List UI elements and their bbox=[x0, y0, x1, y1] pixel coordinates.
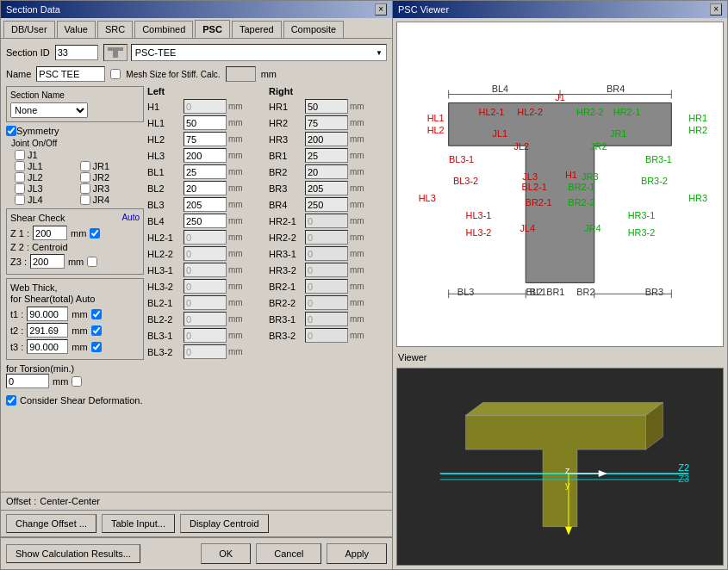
br4-input[interactable] bbox=[305, 197, 348, 212]
hl32-row: HL3-2 mm bbox=[147, 279, 265, 294]
cancel-button[interactable]: Cancel bbox=[256, 543, 321, 564]
hl22-input[interactable] bbox=[184, 246, 227, 261]
tab-src[interactable]: SRC bbox=[97, 21, 133, 38]
z3-input[interactable] bbox=[30, 254, 65, 269]
hl31-input[interactable] bbox=[184, 263, 227, 277]
mesh-input[interactable] bbox=[226, 66, 256, 82]
bl22-input[interactable] bbox=[184, 312, 227, 326]
jr2-checkbox[interactable] bbox=[80, 172, 90, 183]
hl3-input[interactable] bbox=[184, 148, 227, 163]
bl2-unit: mm bbox=[228, 183, 243, 193]
hr1-input[interactable] bbox=[305, 99, 348, 114]
svg-marker-20 bbox=[565, 527, 572, 536]
z1-check[interactable] bbox=[90, 228, 100, 239]
hr32-input[interactable] bbox=[305, 263, 348, 277]
jl3-checkbox[interactable] bbox=[15, 183, 25, 194]
br32-label: BR3-2 bbox=[269, 331, 303, 341]
t3-input[interactable] bbox=[27, 339, 68, 354]
bl2-label: BL2 bbox=[147, 183, 182, 194]
z3-unit: mm bbox=[68, 257, 84, 267]
left-close-button[interactable]: × bbox=[375, 3, 387, 15]
hr31-input[interactable] bbox=[305, 246, 348, 261]
mesh-checkbox[interactable] bbox=[110, 69, 121, 79]
jr3-label: JR3 bbox=[93, 183, 110, 194]
joint-jr3: JR3 bbox=[80, 183, 145, 194]
show-calc-button[interactable]: Show Calculation Results... bbox=[6, 544, 140, 563]
jr1-checkbox[interactable] bbox=[80, 161, 90, 171]
hr3-input[interactable] bbox=[305, 132, 348, 146]
t1-unit: mm bbox=[72, 309, 87, 319]
br22-dim-label2: BR2-2 bbox=[568, 197, 594, 208]
z1-input[interactable] bbox=[33, 226, 67, 240]
bl21-input[interactable] bbox=[184, 295, 227, 310]
hl21-dim-label: HL2-1 bbox=[479, 107, 505, 117]
hl32-input[interactable] bbox=[184, 279, 227, 294]
tab-value[interactable]: Value bbox=[57, 21, 96, 38]
t1-check[interactable] bbox=[91, 309, 102, 319]
hl21-input[interactable] bbox=[184, 230, 227, 245]
bl1-input[interactable] bbox=[184, 164, 227, 179]
br2-input[interactable] bbox=[305, 164, 348, 179]
hr2-dim-label: HR2 bbox=[688, 125, 707, 135]
jr3-checkbox[interactable] bbox=[80, 183, 90, 194]
jr2-dim-label: JR2 bbox=[590, 141, 607, 152]
jr4-checkbox[interactable] bbox=[80, 195, 90, 205]
torsion-input[interactable] bbox=[6, 374, 49, 388]
left-titlebar: Section Data × bbox=[1, 1, 392, 18]
t1-input[interactable] bbox=[27, 307, 68, 321]
tab-combined[interactable]: Combined bbox=[134, 21, 193, 38]
br32-input[interactable] bbox=[305, 328, 348, 343]
consider-shear-checkbox[interactable] bbox=[6, 395, 16, 406]
tab-psc[interactable]: PSC bbox=[195, 20, 230, 38]
bl4-input[interactable] bbox=[184, 214, 227, 228]
hl1-input[interactable] bbox=[184, 115, 227, 130]
tab-dbuser[interactable]: DB/User bbox=[3, 21, 55, 38]
br31-input[interactable] bbox=[305, 312, 348, 326]
apply-button[interactable]: Apply bbox=[327, 543, 387, 564]
bl32-unit: mm bbox=[228, 347, 243, 356]
br3-input[interactable] bbox=[305, 181, 348, 195]
jl1-checkbox[interactable] bbox=[15, 161, 25, 171]
change-offset-button[interactable]: Change Offset ... bbox=[6, 514, 96, 533]
consider-shear-label: Consider Shear Deformation. bbox=[20, 395, 142, 406]
torsion-check[interactable] bbox=[72, 376, 82, 387]
br21-dim-label2: BR2-1 bbox=[568, 182, 594, 192]
hr22-input[interactable] bbox=[305, 230, 348, 245]
bl3-input[interactable] bbox=[184, 197, 227, 212]
joint-jl3: JL3 bbox=[15, 183, 79, 194]
symmetry-checkbox[interactable] bbox=[6, 126, 16, 136]
hl31-dim-label2: HL3-1 bbox=[466, 210, 492, 220]
bl31-label: BL3-1 bbox=[147, 331, 182, 341]
j1-checkbox[interactable] bbox=[15, 150, 25, 160]
hr2-input[interactable] bbox=[305, 115, 348, 130]
br21-input[interactable] bbox=[305, 279, 348, 294]
section-name-select[interactable]: None bbox=[10, 102, 88, 118]
table-input-button[interactable]: Table Input... bbox=[102, 514, 175, 533]
name-input[interactable] bbox=[36, 66, 105, 82]
br3-label: BR3 bbox=[269, 183, 303, 194]
bl32-input[interactable] bbox=[184, 344, 227, 359]
section-id-input[interactable] bbox=[55, 45, 98, 60]
hr21-input[interactable] bbox=[305, 214, 348, 228]
bl21-label: BL2-1 bbox=[147, 298, 182, 308]
t2-input[interactable] bbox=[27, 323, 68, 338]
t2-check[interactable] bbox=[91, 325, 102, 336]
ok-button[interactable]: OK bbox=[201, 543, 251, 564]
jl2-checkbox[interactable] bbox=[15, 172, 25, 183]
right-close-button[interactable]: × bbox=[710, 3, 722, 15]
tab-composite[interactable]: Composite bbox=[283, 21, 345, 38]
h1-input[interactable] bbox=[184, 99, 227, 114]
section-type-dropdown[interactable]: PSC-TEE ▼ bbox=[131, 44, 387, 61]
br1-input[interactable] bbox=[305, 148, 348, 163]
hr31-unit: mm bbox=[350, 249, 364, 258]
br22-input[interactable] bbox=[305, 295, 348, 310]
hl2-input[interactable] bbox=[184, 132, 227, 146]
t3-check[interactable] bbox=[91, 342, 102, 352]
jl4-checkbox[interactable] bbox=[15, 195, 25, 205]
bl2-input[interactable] bbox=[184, 181, 227, 195]
svg-marker-16 bbox=[466, 402, 663, 415]
bl31-input[interactable] bbox=[184, 328, 227, 343]
display-centroid-button[interactable]: Display Centroid bbox=[180, 514, 269, 533]
z3-check[interactable] bbox=[87, 257, 97, 267]
tab-tapered[interactable]: Tapered bbox=[232, 21, 282, 38]
